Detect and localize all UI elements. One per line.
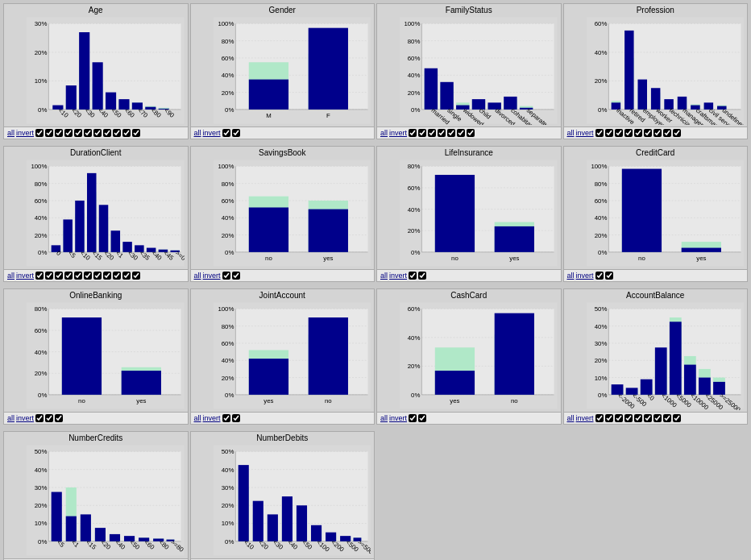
- filter-check-accountbalance-5[interactable]: [644, 414, 652, 422]
- chart-title-creditcard: CreditCard: [564, 147, 748, 157]
- all-link-creditcard[interactable]: all: [567, 272, 575, 280]
- filter-check-savingsbook-0[interactable]: [222, 272, 230, 280]
- filter-check-accountbalance-3[interactable]: [624, 414, 633, 422]
- filter-check-jointaccount-0[interactable]: [222, 414, 230, 422]
- filter-check-durationclient-1[interactable]: [45, 272, 53, 280]
- filter-check-age-4[interactable]: [74, 129, 82, 137]
- filter-check-durationclient-2[interactable]: [55, 272, 63, 280]
- filter-check-accountbalance-1[interactable]: [605, 414, 613, 422]
- filter-check-age-6[interactable]: [93, 129, 102, 137]
- filter-check-age-7[interactable]: [103, 129, 111, 137]
- svg-text:0%: 0%: [411, 106, 420, 114]
- filter-check-profession-5[interactable]: [644, 129, 652, 137]
- filter-check-lifeinsurance-0[interactable]: [409, 272, 417, 280]
- all-link-lifeinsurance[interactable]: all: [380, 272, 388, 280]
- filter-check-profession-4[interactable]: [634, 129, 642, 137]
- svg-text:60%: 60%: [408, 305, 421, 313]
- svg-text:no: no: [511, 397, 518, 404]
- all-link-jointaccount[interactable]: all: [194, 414, 201, 422]
- filter-check-accountbalance-2[interactable]: [615, 414, 623, 422]
- invert-link-creditcard[interactable]: invert: [576, 272, 594, 280]
- svg-text:80%: 80%: [35, 180, 48, 188]
- invert-link-profession[interactable]: invert: [576, 129, 594, 137]
- filter-check-familystatus-4[interactable]: [447, 129, 455, 137]
- svg-rect-367: [52, 492, 62, 541]
- filter-check-age-9[interactable]: [122, 129, 131, 137]
- invert-link-jointaccount[interactable]: invert: [203, 414, 221, 422]
- filter-check-age-3[interactable]: [64, 129, 73, 137]
- filter-check-creditcard-1[interactable]: [605, 272, 613, 280]
- filter-check-savingsbook-1[interactable]: [232, 272, 240, 280]
- controls-bar-profession: allinvert: [564, 127, 748, 139]
- filter-check-familystatus-3[interactable]: [438, 129, 446, 137]
- filter-check-age-8[interactable]: [113, 129, 121, 137]
- invert-link-onlinebanking[interactable]: invert: [16, 414, 34, 422]
- filter-check-familystatus-1[interactable]: [418, 129, 426, 137]
- all-link-savingsbook[interactable]: all: [194, 272, 201, 280]
- filter-check-familystatus-2[interactable]: [428, 129, 436, 137]
- filter-check-profession-3[interactable]: [624, 129, 633, 137]
- filter-check-durationclient-5[interactable]: [84, 272, 92, 280]
- filter-check-cashcard-0[interactable]: [409, 414, 417, 422]
- invert-link-lifeinsurance[interactable]: invert: [389, 272, 407, 280]
- filter-check-profession-2[interactable]: [615, 129, 623, 137]
- filter-check-accountbalance-4[interactable]: [634, 414, 642, 422]
- filter-check-age-1[interactable]: [45, 129, 53, 137]
- filter-check-profession-1[interactable]: [605, 129, 613, 137]
- invert-link-accountbalance[interactable]: invert: [576, 414, 594, 422]
- filter-check-familystatus-5[interactable]: [457, 129, 465, 137]
- filter-check-durationclient-0[interactable]: [35, 272, 44, 280]
- filter-check-durationclient-4[interactable]: [74, 272, 82, 280]
- svg-rect-203: [248, 207, 288, 251]
- all-link-cashcard[interactable]: all: [380, 414, 388, 422]
- all-link-onlinebanking[interactable]: all: [7, 414, 15, 422]
- invert-link-cashcard[interactable]: invert: [389, 414, 407, 422]
- filter-check-profession-0[interactable]: [595, 129, 604, 137]
- filter-check-familystatus-6[interactable]: [467, 129, 475, 137]
- filter-check-familystatus-0[interactable]: [409, 129, 417, 137]
- filter-check-durationclient-6[interactable]: [93, 272, 102, 280]
- filter-check-durationclient-7[interactable]: [103, 272, 111, 280]
- filter-check-accountbalance-6[interactable]: [653, 414, 662, 422]
- filter-check-durationclient-8[interactable]: [113, 272, 121, 280]
- invert-link-familystatus[interactable]: invert: [389, 129, 407, 137]
- chart-area-savingsbook: 100%80%60%40%20%0%noyes: [191, 157, 375, 269]
- all-link-gender[interactable]: all: [194, 129, 201, 137]
- invert-link-age[interactable]: invert: [16, 129, 34, 137]
- filter-check-gender-1[interactable]: [232, 129, 240, 137]
- filter-check-creditcard-0[interactable]: [595, 272, 604, 280]
- chart-title-durationclient: DurationClient: [4, 147, 188, 157]
- filter-check-jointaccount-1[interactable]: [232, 414, 240, 422]
- filter-check-profession-8[interactable]: [673, 129, 681, 137]
- filter-check-accountbalance-0[interactable]: [595, 414, 604, 422]
- invert-link-gender[interactable]: invert: [203, 129, 221, 137]
- filter-check-durationclient-3[interactable]: [64, 272, 73, 280]
- all-link-accountbalance[interactable]: all: [567, 414, 575, 422]
- chart-title-savingsbook: SavingsBook: [191, 147, 375, 157]
- filter-check-age-10[interactable]: [132, 129, 140, 137]
- filter-check-cashcard-1[interactable]: [418, 414, 426, 422]
- filter-check-onlinebanking-2[interactable]: [55, 414, 63, 422]
- svg-text:100%: 100%: [591, 163, 607, 170]
- all-link-profession[interactable]: all: [567, 129, 575, 137]
- filter-check-lifeinsurance-1[interactable]: [418, 272, 426, 280]
- filter-check-age-2[interactable]: [55, 129, 63, 137]
- filter-check-age-0[interactable]: [35, 129, 44, 137]
- filter-check-accountbalance-8[interactable]: [673, 414, 681, 422]
- svg-text:yes: yes: [263, 397, 273, 404]
- invert-link-savingsbook[interactable]: invert: [203, 272, 221, 280]
- invert-link-durationclient[interactable]: invert: [16, 272, 34, 280]
- filter-check-durationclient-10[interactable]: [132, 272, 140, 280]
- filter-check-onlinebanking-0[interactable]: [35, 414, 44, 422]
- filter-check-gender-0[interactable]: [222, 129, 230, 137]
- all-link-age[interactable]: all: [7, 129, 15, 137]
- filter-check-age-5[interactable]: [84, 129, 92, 137]
- all-link-durationclient[interactable]: all: [7, 272, 15, 280]
- filter-check-profession-7[interactable]: [663, 129, 671, 137]
- filter-check-profession-6[interactable]: [653, 129, 662, 137]
- svg-rect-162: [99, 205, 108, 252]
- all-link-familystatus[interactable]: all: [380, 129, 388, 137]
- filter-check-durationclient-9[interactable]: [122, 272, 131, 280]
- filter-check-accountbalance-7[interactable]: [663, 414, 671, 422]
- filter-check-onlinebanking-1[interactable]: [45, 414, 53, 422]
